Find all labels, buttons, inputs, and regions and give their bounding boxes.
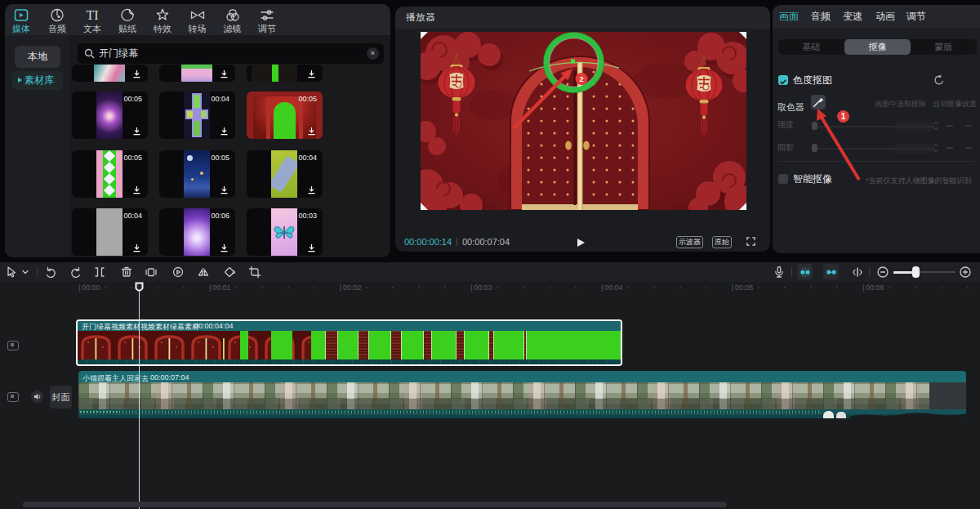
svg-text:2: 2 bbox=[579, 75, 583, 83]
svg-text:TI: TI bbox=[86, 8, 98, 22]
